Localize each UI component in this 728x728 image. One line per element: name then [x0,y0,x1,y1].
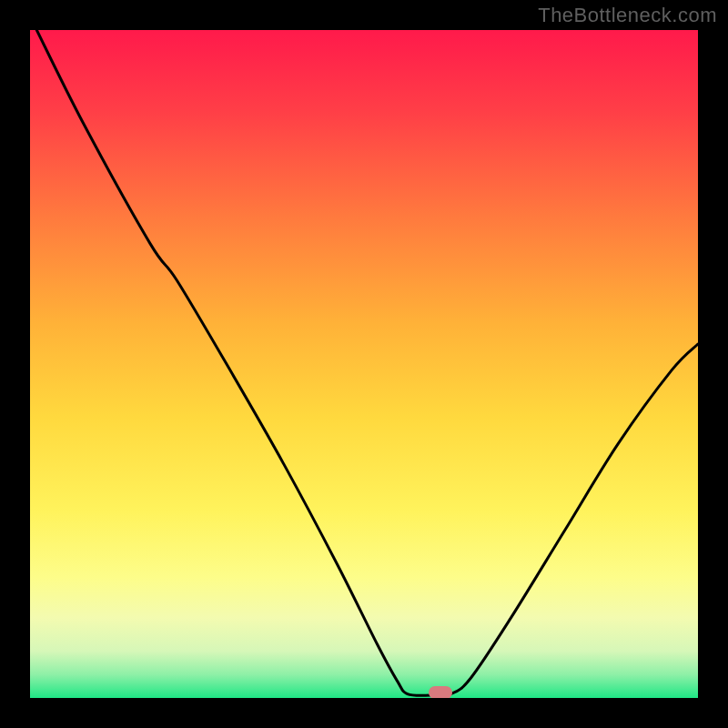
chart-frame: TheBottleneck.com [0,0,728,728]
watermark-text: TheBottleneck.com [538,4,717,27]
bottleneck-curve [30,30,698,698]
optimal-marker [429,686,452,698]
plot-area [30,30,698,698]
